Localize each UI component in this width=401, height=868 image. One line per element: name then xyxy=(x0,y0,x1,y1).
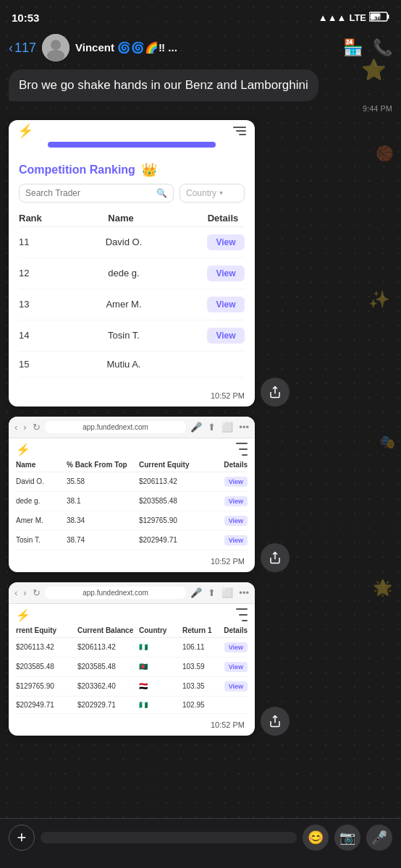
view-btn-cell: View xyxy=(219,662,248,672)
share-button-2[interactable] xyxy=(261,543,290,572)
view-button[interactable]: View xyxy=(207,265,245,281)
browser-actions[interactable]: 🎤 ⬆ ⬜ ••• xyxy=(190,422,249,433)
add-button[interactable]: + xyxy=(9,825,35,851)
c2-header-equity: Current Equity xyxy=(139,461,211,469)
message-bubble: Bro we go shake hands in our Benz and La… xyxy=(9,69,318,101)
message-input[interactable] xyxy=(41,832,297,843)
trader-name: Amer M. xyxy=(41,299,207,310)
battery-icon: 36 xyxy=(369,12,389,24)
country-dropdown[interactable]: Country ▾ xyxy=(180,184,245,203)
browser-chrome-2: ‹ › ↻ app.fundednext.com 🎤 ⬆ ⬜ ••• xyxy=(9,417,255,438)
refresh-icon-3[interactable]: ↻ xyxy=(33,587,41,598)
card2-logo-row: ⚡ xyxy=(9,438,255,458)
screenshot-row-3: ‹ › ↻ app.fundednext.com 🎤 ⬆ ⬜ ••• ⚡ xyxy=(9,582,392,736)
view-button[interactable]: View xyxy=(224,681,248,692)
share-browser-icon-3[interactable]: ⬆ xyxy=(208,587,216,598)
back-nav-icon-3[interactable]: ‹ xyxy=(14,587,17,598)
browser-nav[interactable]: ‹ › ↻ xyxy=(14,422,41,433)
share-button-1[interactable] xyxy=(261,378,290,407)
c2-header-pct: % Back From Top xyxy=(67,461,139,469)
card1-time: 10:52 PM xyxy=(208,391,248,401)
equity-value: $206113.42 xyxy=(16,643,77,651)
emoji-button[interactable]: 😊 xyxy=(303,825,329,851)
balance-value: $206113.42 xyxy=(77,643,139,651)
browser-url-bar[interactable]: app.fundednext.com xyxy=(45,421,187,433)
forward-nav-icon[interactable]: › xyxy=(23,422,26,433)
share-button-3[interactable] xyxy=(261,707,290,736)
c2-header-details: Details xyxy=(211,461,248,469)
country-flag: 🇾🇪 xyxy=(139,682,182,690)
balance-value: $202929.71 xyxy=(77,701,139,709)
message-count: 117 xyxy=(14,41,36,56)
view-button[interactable]: View xyxy=(224,662,248,672)
table-row: Amer M. 38.34 $129765.90 View xyxy=(16,511,248,531)
brand-logo-3: ⚡ xyxy=(16,608,30,622)
mic-browser-icon[interactable]: 🎤 xyxy=(190,422,202,433)
card1-rows: 11 David O. View 12 dede g. View 13 Amer… xyxy=(19,227,245,378)
table-row: $129765.90 $203362.40 🇾🇪 103.35 View xyxy=(16,677,248,697)
hamburger-menu-2[interactable] xyxy=(236,443,248,456)
camera-button[interactable]: 📷 xyxy=(334,825,360,851)
nav-action-icons: 🏪 📞 xyxy=(343,38,392,57)
view-button[interactable]: View xyxy=(224,477,248,487)
svg-rect-1 xyxy=(387,14,389,19)
table-row: David O. 35.58 $206113.42 View xyxy=(16,472,248,492)
view-button[interactable]: View xyxy=(224,516,248,526)
chevron-down-icon: ▾ xyxy=(219,189,223,197)
forward-nav-icon-3[interactable]: › xyxy=(23,587,26,598)
view-btn-cell: View xyxy=(211,496,248,506)
mic-button[interactable]: 🎤 xyxy=(366,825,392,851)
tabs-icon-3[interactable]: ⬜ xyxy=(221,587,233,598)
table-row: $203585.48 $203585.48 🇧🇩 103.59 View xyxy=(16,658,248,677)
header-details: Details xyxy=(201,213,245,224)
share-browser-icon[interactable]: ⬆ xyxy=(208,422,216,433)
view-button[interactable]: View xyxy=(207,328,245,344)
nav-bar: ‹ 117 Vincent 🌀🌀🌈‼ ... 🏪 📞 xyxy=(0,32,401,64)
view-button[interactable]: View xyxy=(207,234,245,250)
view-button[interactable]: View xyxy=(207,297,245,312)
screenshot-card-3[interactable]: ‹ › ↻ app.fundednext.com 🎤 ⬆ ⬜ ••• ⚡ xyxy=(9,582,255,736)
search-input[interactable] xyxy=(25,188,153,198)
view-button[interactable]: View xyxy=(224,642,248,652)
back-button[interactable]: ‹ 117 xyxy=(9,41,36,56)
hamburger-menu[interactable] xyxy=(233,127,246,135)
header-rank: Rank xyxy=(19,213,41,224)
search-box[interactable]: 🔍 xyxy=(19,184,174,203)
country-flag: 🇳🇬 xyxy=(139,643,182,651)
return-value: 103.35 xyxy=(182,682,219,690)
contact-name[interactable]: Vincent 🌀🌀🌈‼ ... xyxy=(75,41,337,54)
equity-value: $202949.71 xyxy=(16,701,77,709)
pct-value: 38.34 xyxy=(67,516,139,524)
message-timestamp: 9:44 PM xyxy=(363,104,392,113)
more-icon[interactable]: ••• xyxy=(239,422,249,433)
call-icon[interactable]: 📞 xyxy=(373,38,392,57)
c3-header-balance: Current Balance xyxy=(77,626,139,634)
view-button[interactable]: View xyxy=(224,496,248,506)
crown-icon: 👑 xyxy=(141,162,157,178)
browser-actions-3[interactable]: 🎤 ⬆ ⬜ ••• xyxy=(190,587,249,598)
progress-bar xyxy=(48,142,215,148)
back-nav-icon[interactable]: ‹ xyxy=(14,422,17,433)
pct-value: 38.1 xyxy=(67,497,139,505)
c2-header-name: Name xyxy=(16,461,67,469)
hamburger-menu-3[interactable] xyxy=(236,608,248,621)
screenshot-card-1[interactable]: ⚡ Competition Ranking 👑 🔍 xyxy=(9,120,255,407)
browser-url-bar-3[interactable]: app.fundednext.com xyxy=(45,587,187,599)
refresh-icon[interactable]: ↻ xyxy=(33,422,41,433)
screenshot-card-2[interactable]: ‹ › ↻ app.fundednext.com 🎤 ⬆ ⬜ ••• ⚡ xyxy=(9,417,255,572)
card1-filters: 🔍 Country ▾ xyxy=(9,184,255,208)
avatar[interactable] xyxy=(42,34,69,61)
trader-name: Tosin T. xyxy=(41,330,207,341)
rank-number: 15 xyxy=(19,359,41,370)
browser-nav-3[interactable]: ‹ › ↻ xyxy=(14,587,41,598)
tabs-icon[interactable]: ⬜ xyxy=(221,422,233,433)
c3-header-details: Details xyxy=(219,626,248,634)
view-button[interactable]: View xyxy=(224,535,248,545)
more-icon-3[interactable]: ••• xyxy=(239,587,249,598)
mic-browser-icon-3[interactable]: 🎤 xyxy=(190,587,202,598)
trader-name: David O. xyxy=(41,237,207,247)
store-icon[interactable]: 🏪 xyxy=(343,38,363,57)
trader-name: Tosin T. xyxy=(16,536,67,544)
table-row: 11 David O. View xyxy=(19,227,245,258)
rank-number: 11 xyxy=(19,237,41,247)
